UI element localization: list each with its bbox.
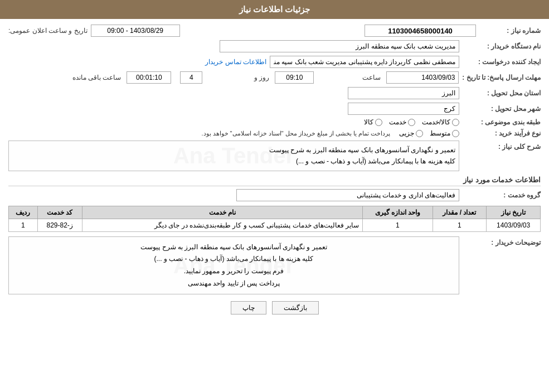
- page-header: جزئیات اطلاعات نیاز: [0, 0, 549, 19]
- shomareNiaz-input[interactable]: [365, 25, 476, 37]
- th-tedad: تعداد / مقدار: [433, 206, 487, 219]
- radio-khedmat[interactable]: خدمت: [389, 118, 415, 126]
- info-services-title: اطلاعات خدمات مورد نیاز: [8, 176, 541, 186]
- td-tedad: 1: [433, 219, 487, 231]
- kalaKhedmat-label: کالا/خدمت: [422, 118, 450, 126]
- ijadKonande-label: ایجاد کننده درخواست :: [463, 58, 541, 66]
- td-vahedAndaze: 1: [363, 219, 433, 231]
- jozii-label: جزیی: [399, 129, 414, 137]
- td-namKhedmat: سایر فعالیت‌های خدمات پشتیبانی کسب و کار…: [82, 219, 363, 231]
- tosihKharidar-label: توضیحات خریدار :: [463, 236, 541, 246]
- motevaset-label: متوسط: [430, 129, 450, 137]
- buttons-row: بازگشت چاپ: [8, 301, 541, 314]
- tabaqeBandi-group: کالا/خدمت خدمت کالا: [364, 118, 459, 126]
- baghimande-input[interactable]: [127, 71, 171, 84]
- sharh-label: شرح کلی نیاز :: [463, 141, 541, 151]
- td-kodKhedmat: ز-82-829: [37, 219, 82, 231]
- print-button[interactable]: چاپ: [231, 301, 266, 314]
- table-row: 1403/09/03 1 1 سایر فعالیت‌های خدمات پشت…: [9, 219, 541, 231]
- tosih-line4: پرداخت پس از تایید واحد مهندسی: [13, 278, 454, 290]
- rooz-input[interactable]: [180, 71, 202, 84]
- services-table-section: تاریخ نیاز تعداد / مقدار واحد اندازه گیر…: [8, 206, 541, 232]
- kala-label: کالا: [364, 118, 373, 126]
- sharh-line1: تعمیر و نگهداری آسانسورهای بانک سپه منطق…: [12, 144, 455, 156]
- sharh-line2: کلیه هزینه ها با پیمانکار می‌باشد (آیاب …: [12, 156, 455, 167]
- mohlatErsal-label: مهلت ارسال پاسخ: تا تاریخ :: [462, 74, 541, 81]
- tabaqeBandi-label: طبقه بندی موضوعی :: [463, 118, 541, 126]
- ostan-input[interactable]: [348, 87, 459, 99]
- noefarayand-label: نوع فرآیند خرید :: [463, 129, 541, 137]
- noefarayand-desc: پرداخت تمام یا بخشی از مبلغ خریداز محل "…: [201, 130, 390, 137]
- page-title: جزئیات اطلاعات نیاز: [239, 4, 310, 14]
- tarikh-input[interactable]: [386, 71, 459, 84]
- services-table: تاریخ نیاز تعداد / مقدار واحد اندازه گیر…: [8, 206, 541, 232]
- tarikheElan-label: تاریخ و ساعت اعلان عمومی:: [8, 27, 88, 35]
- tosih-line2: کلیه هزینه ها با پیمانکار می‌باشد (آیاب …: [13, 253, 454, 265]
- tosih-line3: فرم پیوست را تحریر و ممهور نمایید.: [13, 265, 454, 278]
- khedmat-label: خدمت: [389, 118, 406, 126]
- saat-label: ساعت: [319, 74, 381, 81]
- tosihKharidar-box: Ana Tender تعمیر و نگهداری آسانسورهای با…: [8, 236, 459, 294]
- back-button[interactable]: بازگشت: [272, 301, 319, 314]
- th-namKhedmat: نام خدمت: [82, 206, 363, 219]
- itemasTamas-link[interactable]: اطلاعات تماس خریدار: [205, 58, 266, 66]
- shomareNiaz-label: شماره نیاز :: [479, 27, 541, 35]
- groheKhedmat-label: گروه خدمت :: [463, 191, 541, 199]
- radio-jozii[interactable]: جزیی: [399, 129, 423, 137]
- shahr-label: شهر محل تحویل :: [463, 105, 541, 113]
- ijadKonande-input[interactable]: [270, 56, 459, 68]
- tarikheElan-input[interactable]: [91, 25, 180, 37]
- saat-input[interactable]: [275, 71, 314, 84]
- th-kodKhedmat: کد خدمت: [37, 206, 82, 219]
- th-radif: ردیف: [9, 206, 38, 219]
- rooz-label: روز و: [208, 74, 269, 81]
- radio-kalaKhedmat[interactable]: کالا/خدمت: [422, 118, 459, 126]
- noefarayand-group: متوسط جزیی: [399, 129, 459, 137]
- shahr-input[interactable]: [348, 103, 459, 115]
- sharh-box: Ana Tender تعمیر و نگهداری آسانسورهای با…: [8, 141, 459, 171]
- namDastgah-input[interactable]: [220, 40, 459, 52]
- ostan-label: استان محل تحویل :: [463, 89, 541, 97]
- namDastgah-label: نام دستگاه خریدار :: [463, 42, 541, 50]
- groheKhedmat-input[interactable]: [236, 189, 459, 201]
- th-vahedAndaze: واحد اندازه گیری: [363, 206, 433, 219]
- td-radif: 1: [9, 219, 38, 231]
- radio-motevaset[interactable]: متوسط: [430, 129, 459, 137]
- td-tarikhNiaz: 1403/09/03: [487, 219, 541, 231]
- tosih-line1: تعمیر و نگهداری آسانسورهای بانک سپه منطق…: [13, 241, 454, 254]
- radio-kala[interactable]: کالا: [364, 118, 382, 126]
- th-tarikhNiaz: تاریخ نیاز: [487, 206, 541, 219]
- baghimande-label: ساعت باقی مانده: [60, 74, 121, 81]
